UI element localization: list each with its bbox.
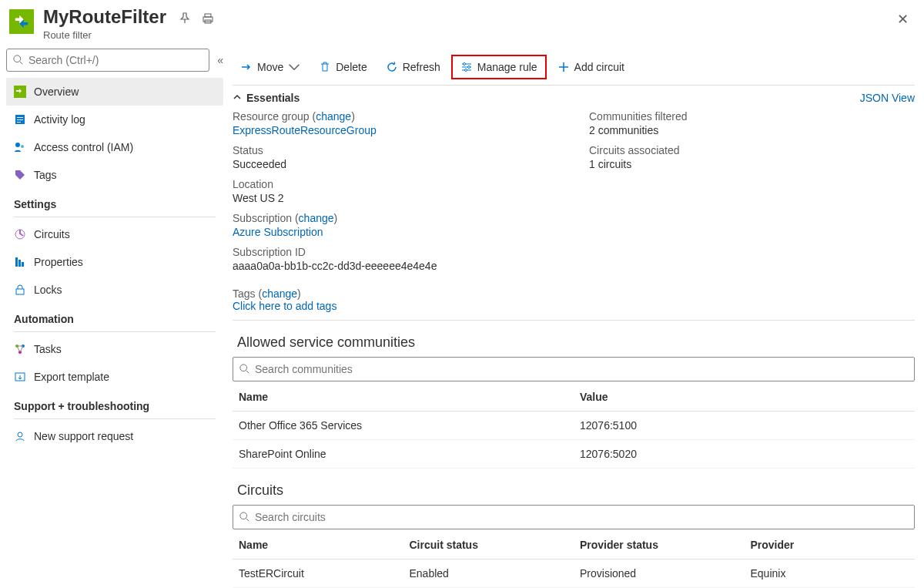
nav-properties[interactable]: Properties — [6, 248, 223, 276]
subscription-link[interactable]: Azure Subscription — [233, 226, 558, 238]
communities-search[interactable] — [233, 357, 915, 381]
essentials-header: Essentials JSON View — [233, 86, 915, 107]
nav-section-settings: Settings — [6, 189, 223, 213]
svg-point-10 — [15, 143, 20, 147]
circuits-table: Name Circuit status Provider status Prov… — [233, 531, 915, 588]
close-icon[interactable]: ✕ — [897, 11, 909, 28]
change-tags-link[interactable]: change — [262, 287, 297, 300]
subscription-id-value: aaaa0a0a-bb1b-cc2c-dd3d-eeeeee4e4e4e — [233, 260, 558, 272]
svg-rect-8 — [17, 119, 23, 120]
svg-point-27 — [240, 512, 247, 519]
properties-icon — [14, 256, 26, 268]
nav-tags[interactable]: Tags — [6, 161, 223, 189]
page-header: MyRouteFilter Route filter ✕ — [0, 0, 924, 41]
collapse-sidebar-icon[interactable]: « — [217, 54, 223, 66]
support-icon — [14, 430, 26, 442]
nav-overview[interactable]: Overview — [6, 78, 223, 106]
svg-point-24 — [464, 69, 467, 71]
add-circuit-button[interactable]: Add circuit — [550, 56, 632, 78]
circuits-search-input[interactable] — [255, 511, 908, 523]
refresh-icon — [386, 61, 398, 73]
nav-export-template[interactable]: Export template — [6, 363, 223, 391]
move-button[interactable]: Move — [233, 56, 308, 78]
page-title: MyRouteFilter — [43, 6, 166, 28]
add-tags-link[interactable]: Click here to add tags — [233, 300, 336, 312]
nav-activity-log[interactable]: Activity log — [6, 106, 223, 133]
chevron-down-icon — [288, 61, 300, 73]
refresh-button[interactable]: Refresh — [378, 56, 448, 78]
manage-rule-button[interactable]: Manage rule — [451, 55, 547, 79]
sidebar: « Overview Activity log Access control (… — [0, 41, 223, 588]
search-icon — [239, 512, 250, 522]
nav-access-control[interactable]: Access control (IAM) — [6, 133, 223, 161]
essentials-body: Resource group (change) ExpressRouteReso… — [233, 107, 915, 287]
delete-button[interactable]: Delete — [311, 56, 374, 78]
communities-table: Name Value Other Office 365 Services 120… — [233, 383, 915, 469]
table-header: Name Value — [233, 383, 915, 412]
svg-line-28 — [246, 519, 249, 522]
svg-point-3 — [14, 55, 21, 62]
svg-rect-7 — [17, 117, 23, 118]
communities-title: Allowed service communities — [233, 334, 915, 351]
status-value: Succeeded — [233, 158, 558, 170]
circuits-search[interactable] — [233, 505, 915, 529]
communities-value: 2 communities — [589, 124, 915, 136]
routefilter-icon — [14, 86, 26, 98]
location-value: West US 2 — [233, 192, 558, 204]
table-row[interactable]: SharePoint Online 12076:5020 — [233, 440, 915, 469]
export-icon — [14, 371, 26, 383]
svg-rect-14 — [18, 260, 21, 267]
table-row[interactable]: TestERCircuit Enabled Provisioned Equini… — [233, 559, 915, 588]
svg-rect-9 — [17, 122, 21, 123]
pin-icon[interactable] — [179, 12, 191, 27]
sidebar-search[interactable] — [6, 49, 209, 72]
svg-rect-15 — [22, 262, 24, 267]
svg-line-4 — [20, 62, 23, 65]
search-icon — [13, 55, 24, 66]
nav-section-automation: Automation — [6, 304, 223, 328]
nav-circuits[interactable]: Circuits — [6, 220, 223, 248]
svg-rect-13 — [15, 257, 18, 267]
print-icon[interactable] — [202, 12, 214, 27]
change-sub-link[interactable]: change — [299, 212, 334, 224]
chevron-up-icon[interactable] — [233, 92, 242, 104]
svg-line-26 — [246, 371, 249, 374]
locks-icon — [14, 284, 26, 296]
svg-point-21 — [18, 432, 22, 437]
page-subtitle: Route filter — [43, 29, 166, 41]
svg-point-25 — [240, 365, 247, 371]
svg-point-11 — [21, 145, 24, 148]
sliders-icon — [460, 61, 473, 73]
tags-icon — [14, 169, 26, 181]
nav-section-support: Support + troubleshooting — [6, 391, 223, 415]
svg-rect-16 — [16, 289, 24, 294]
svg-point-23 — [467, 66, 470, 68]
nav-support-request[interactable]: New support request — [6, 422, 223, 450]
toolbar: Move Delete Refresh Manage rule Add circ… — [233, 49, 915, 86]
svg-rect-0 — [205, 14, 211, 17]
svg-point-22 — [463, 62, 465, 65]
change-rg-link[interactable]: change — [316, 110, 351, 123]
trash-icon — [319, 61, 331, 73]
arrow-right-icon — [240, 61, 253, 73]
plus-icon — [557, 61, 570, 73]
circuits-value: 1 circuits — [589, 158, 915, 170]
circuits-title: Circuits — [233, 482, 915, 499]
iam-icon — [14, 141, 26, 153]
nav-locks[interactable]: Locks — [6, 276, 223, 304]
table-header: Name Circuit status Provider status Prov… — [233, 531, 915, 559]
communities-search-input[interactable] — [255, 363, 908, 375]
circuits-icon — [14, 228, 26, 240]
sidebar-search-input[interactable] — [28, 54, 203, 66]
routefilter-icon — [9, 9, 34, 34]
json-view-link[interactable]: JSON View — [860, 92, 915, 104]
activitylog-icon — [14, 113, 26, 126]
tasks-icon — [14, 343, 26, 355]
resource-group-link[interactable]: ExpressRouteResourceGroup — [233, 124, 558, 136]
nav-tasks[interactable]: Tasks — [6, 335, 223, 363]
main-content: Move Delete Refresh Manage rule Add circ… — [223, 41, 924, 588]
search-icon — [239, 364, 250, 375]
table-row[interactable]: Other Office 365 Services 12076:5100 — [233, 412, 915, 440]
